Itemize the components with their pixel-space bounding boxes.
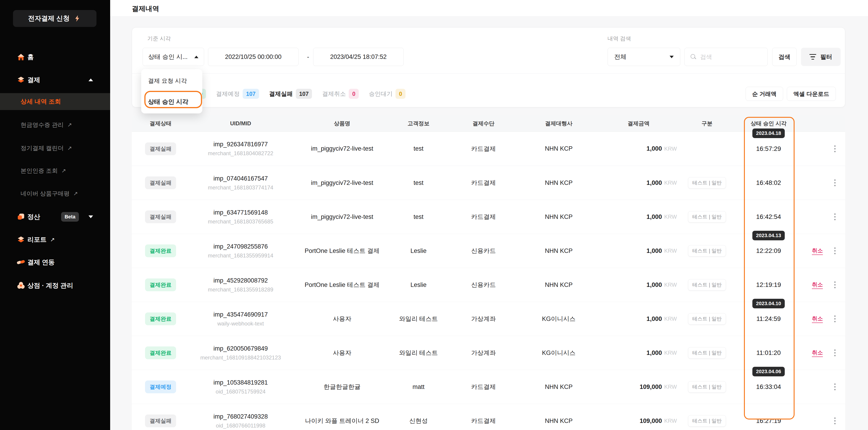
product-name: PortOne Leslie 테스트 결제	[305, 281, 380, 289]
row-menu-button[interactable]	[833, 416, 837, 426]
product-name-cell: 한글한글한귤	[292, 370, 392, 404]
screen: 전자결제 신청 홈결제상세 내역 조회현금영수증 관리↗정기결제 캘린더↗본인인…	[0, 0, 868, 430]
cancel-button[interactable]: 취소	[812, 281, 823, 289]
tab-label: 결제취소	[322, 90, 346, 98]
currency-label: KRW	[664, 316, 677, 322]
e-payment-apply-button[interactable]: 전자결제 신청	[13, 10, 96, 27]
tab-count-badge: 0	[396, 89, 405, 99]
customer-name-cell: test	[392, 166, 445, 200]
sidebar-item-identity-check[interactable]: 본인인증 조회↗	[0, 164, 110, 178]
amount-value: 1,000	[647, 145, 662, 152]
table-header-row: 결제상태UID/MID상품명고객정보결제수단결제대행사결제금액구분상태 승인 시…	[132, 115, 845, 132]
dropdown-item-approval-time[interactable]: 상태 승인 시각	[141, 98, 202, 106]
status-badge: 결제실패	[145, 414, 176, 427]
mid-text: merchant_1681803765685	[208, 219, 274, 225]
clover-icon	[17, 281, 26, 290]
table-row[interactable]: 결제완료imp_452928008792merchant_16813559182…	[132, 268, 845, 302]
sidebar-item-settlement[interactable]: 정산Beta	[0, 209, 110, 224]
table-row[interactable]: 결제예정imp_105384819281oid_1680751759924한글한…	[132, 370, 845, 404]
pg-name-cell: NHN KCP	[522, 132, 595, 166]
product-name: im_piggyciv72-live-test	[311, 145, 373, 152]
tab-결제실패[interactable]: 결제실패107	[269, 89, 312, 99]
search-button[interactable]: 검색	[772, 48, 797, 66]
date-from-input[interactable]: 2022/10/25 00:00:00	[208, 48, 299, 66]
tab-결제예정[interactable]: 결제예정107	[216, 89, 259, 99]
row-menu-button[interactable]	[833, 178, 837, 188]
table-row[interactable]: 결제실패imp_768027409328oid_1680766011998나이키…	[132, 404, 845, 430]
sidebar-item-home[interactable]: 홈	[0, 50, 110, 64]
customer-name: 신현성	[409, 417, 428, 425]
sidebar-item-payment-detail[interactable]: 상세 내역 조회	[0, 93, 110, 110]
pg-name: NHN KCP	[545, 248, 573, 255]
sidebar-item-label: 본인인증 조회	[21, 167, 58, 175]
tab-결제취소[interactable]: 결제취소0	[322, 89, 359, 99]
row-menu-button[interactable]	[833, 314, 837, 324]
table-row[interactable]: 결제실패imp_074046167547merchant_16818037741…	[132, 166, 845, 200]
top-bar: 결제내역	[110, 0, 868, 17]
chevron-up-icon	[89, 79, 93, 81]
tab-label: 결제예정	[216, 90, 240, 98]
payment-method-cell: 카드결제	[445, 370, 522, 404]
row-menu-button[interactable]	[833, 212, 837, 222]
sidebar-item-cash-receipt[interactable]: 현금영수증 관리↗	[0, 118, 110, 132]
uid-text: imp_768027409328	[214, 413, 268, 420]
row-menu-button[interactable]	[833, 280, 837, 290]
row-menu-button[interactable]	[833, 348, 837, 357]
table-row[interactable]: 결제완료imp_620050679849merchant_16810918842…	[132, 336, 845, 370]
tab-count-badge: 107	[243, 89, 259, 99]
dropdown-item-request-time[interactable]: 결제 요청 시각	[141, 77, 202, 85]
excel-download-button[interactable]: 엑셀 다운로드	[787, 87, 836, 101]
sidebar-item-subscription-calendar[interactable]: 정기결제 캘린더↗	[0, 141, 110, 155]
table-row[interactable]: 결제완료imp_247098255876merchant_16813559599…	[132, 234, 845, 268]
date-to-input[interactable]: 2023/04/25 18:07:52	[313, 48, 404, 66]
cancel-button[interactable]: 취소	[812, 315, 823, 323]
actions-cell: 취소	[805, 268, 845, 302]
currency-label: KRW	[664, 180, 677, 186]
table-row[interactable]: 결제실패imp_926347816977merchant_16818040827…	[132, 132, 845, 166]
type-badge: 테스트 | 일반	[688, 211, 726, 223]
row-menu-button[interactable]	[833, 246, 837, 256]
customer-name: test	[413, 145, 424, 152]
sidebar-item-payment[interactable]: 결제	[0, 73, 110, 87]
search-input[interactable]	[700, 53, 757, 61]
row-menu-button[interactable]	[833, 382, 837, 392]
customer-name-cell: test	[392, 200, 445, 234]
table-row[interactable]: 결제완료imp_435474690917waily-webhook-text사용…	[132, 302, 845, 336]
customer-name: 와일리 테스트	[399, 315, 438, 323]
type-cell: 테스트 | 일반	[682, 234, 732, 268]
amount-cell: 1,000KRW	[595, 336, 682, 370]
product-name-cell: PortOne Leslie 테스트 결제	[292, 268, 392, 302]
sidebar-item-store-account[interactable]: 상점 · 계정 관리	[0, 278, 110, 293]
sidebar-item-pg-integration[interactable]: 결제 연동	[0, 255, 110, 269]
sidebar-item-naver-review[interactable]: 네이버 상품구매평↗	[0, 186, 110, 201]
column-header	[805, 115, 845, 132]
search-type-select[interactable]: 전체	[608, 48, 680, 66]
sidebar-item-label: 리포트	[27, 235, 46, 244]
squares-icon	[17, 212, 26, 221]
status-badge: 결제완료	[145, 312, 176, 325]
column-header: 고객정보	[392, 115, 445, 132]
base-time-select[interactable]: 상태 승인 시...	[143, 48, 204, 66]
filter-button[interactable]: 필터	[801, 48, 841, 66]
customer-name: Leslie	[410, 281, 427, 288]
net-amount-button[interactable]: 순 거래액	[746, 87, 783, 101]
status-badge: 결제완료	[145, 279, 176, 291]
amount-value: 1,000	[647, 349, 662, 356]
apply-button-label: 전자결제 신청	[28, 14, 69, 23]
approval-time-cell: 11:01:20	[732, 336, 805, 370]
table-row[interactable]: 결제실패imp_634771569148merchant_16818037656…	[132, 200, 845, 234]
cancel-button[interactable]: 취소	[812, 349, 823, 357]
uid-mid-cell: imp_926347816977merchant_1681804082722	[189, 132, 292, 166]
amount-cell: 1,000KRW	[595, 200, 682, 234]
sidebar-item-report[interactable]: 리포트↗	[0, 232, 110, 247]
tab-count-badge: 107	[296, 89, 312, 99]
tab-승인대기[interactable]: 승인대기0	[369, 89, 405, 99]
sidebar-item-label: 결제 연동	[27, 258, 55, 266]
product-name: 한글한글한귤	[323, 383, 361, 391]
customer-name-cell: 신현성	[392, 404, 445, 430]
row-menu-button[interactable]	[833, 144, 837, 153]
cancel-button[interactable]: 취소	[812, 247, 823, 255]
payment-method: 카드결제	[471, 417, 496, 425]
type-cell: 테스트 | 일반	[682, 200, 732, 234]
customer-name-cell: matt	[392, 370, 445, 404]
